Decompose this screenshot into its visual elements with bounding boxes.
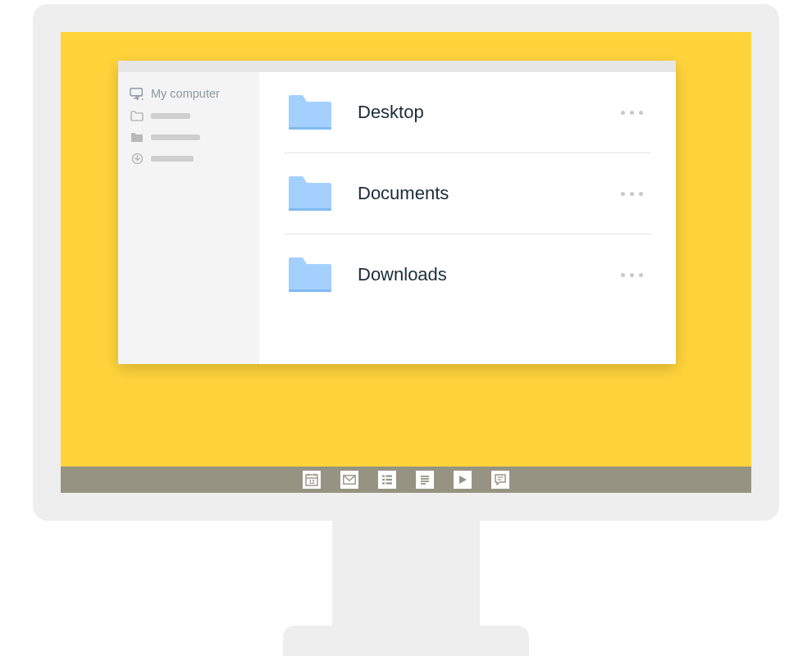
play-icon[interactable]: [454, 471, 472, 489]
monitor-stand: [332, 521, 480, 627]
svg-rect-0: [130, 89, 142, 96]
folder-row-documents[interactable]: Documents: [284, 153, 651, 235]
folder-name: Desktop: [358, 102, 591, 123]
svg-rect-14: [386, 476, 393, 477]
monitor-body: My computer: [33, 4, 779, 521]
folder-row-desktop[interactable]: Desktop: [284, 72, 651, 153]
sidebar-item-label: My computer: [151, 87, 220, 100]
window-titlebar[interactable]: [118, 61, 676, 72]
folder-icon: [287, 93, 333, 131]
more-icon[interactable]: [616, 268, 648, 282]
svg-rect-16: [386, 479, 393, 481]
mail-icon[interactable]: [340, 471, 358, 489]
sidebar: My computer: [118, 72, 259, 364]
svg-rect-4: [289, 127, 331, 130]
sidebar-item-downloads[interactable]: [126, 148, 251, 169]
sidebar-item-placeholder: [151, 134, 200, 140]
more-icon[interactable]: [616, 106, 648, 120]
list-icon[interactable]: [378, 471, 396, 489]
document-icon[interactable]: [416, 471, 434, 489]
svg-rect-17: [382, 482, 385, 484]
svg-text:12: 12: [308, 479, 315, 485]
folder-outline-icon: [130, 110, 144, 121]
svg-rect-15: [382, 479, 385, 481]
folder-solid-icon: [130, 131, 144, 143]
taskbar: 12: [61, 467, 751, 493]
computer-sync-icon: [130, 88, 144, 99]
svg-rect-6: [289, 289, 331, 292]
folder-icon: [287, 175, 333, 212]
svg-rect-5: [289, 208, 331, 211]
more-icon[interactable]: [616, 187, 648, 201]
sidebar-item-folder-2[interactable]: [126, 126, 251, 148]
svg-rect-13: [382, 476, 385, 477]
sidebar-item-placeholder: [151, 113, 190, 119]
sidebar-item-folder-1[interactable]: [126, 105, 251, 126]
monitor-base: [283, 626, 529, 656]
sidebar-item-placeholder: [151, 156, 194, 162]
folder-row-downloads[interactable]: Downloads: [284, 235, 651, 315]
folder-name: Downloads: [358, 264, 591, 285]
folder-name: Documents: [358, 183, 591, 204]
monitor-illustration: My computer: [33, 4, 779, 656]
calendar-icon[interactable]: 12: [303, 471, 321, 489]
monitor-screen: My computer: [61, 32, 751, 467]
folder-icon: [287, 256, 333, 294]
download-circle-icon: [130, 153, 144, 164]
chat-icon[interactable]: [491, 471, 509, 489]
svg-rect-18: [386, 482, 393, 484]
folder-list: Desktop Documents: [259, 72, 676, 364]
window-body: My computer: [118, 72, 676, 364]
sidebar-item-my-computer[interactable]: My computer: [126, 82, 251, 105]
file-explorer-window: My computer: [118, 61, 676, 364]
